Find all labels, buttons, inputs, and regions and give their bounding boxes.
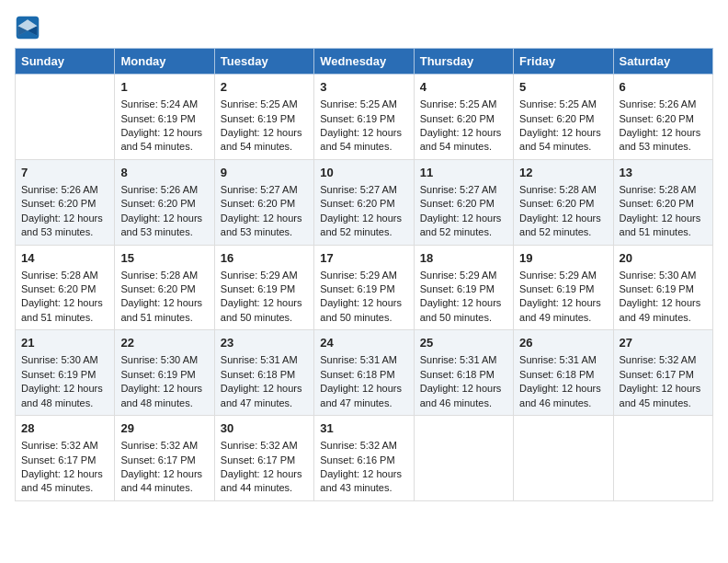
sunset-text: Sunset: 6:19 PM (120, 368, 208, 382)
calendar-cell: 14Sunrise: 5:28 AMSunset: 6:20 PMDayligh… (16, 245, 115, 330)
day-number: 18 (420, 250, 507, 267)
sunset-text: Sunset: 6:20 PM (519, 112, 607, 126)
week-row: 21Sunrise: 5:30 AMSunset: 6:19 PMDayligh… (16, 330, 713, 416)
calendar-cell: 29Sunrise: 5:32 AMSunset: 6:17 PMDayligh… (115, 416, 214, 501)
daylight-text: Daylight: 12 hours and 46 minutes. (519, 382, 607, 410)
day-number: 26 (519, 335, 607, 351)
daylight-text: Daylight: 12 hours and 50 minutes. (221, 296, 308, 325)
calendar-cell: 13Sunrise: 5:28 AMSunset: 6:20 PMDayligh… (613, 159, 712, 245)
day-number: 3 (320, 79, 407, 96)
calendar-table: SundayMondayTuesdayWednesdayThursdayFrid… (15, 48, 713, 501)
sunrise-text: Sunrise: 5:31 AM (420, 353, 507, 367)
daylight-text: Daylight: 12 hours and 48 minutes. (21, 382, 108, 410)
day-number: 8 (120, 165, 208, 181)
daylight-text: Daylight: 12 hours and 49 minutes. (620, 296, 707, 325)
daylight-text: Daylight: 12 hours and 51 minutes. (21, 296, 108, 325)
logo-icon (15, 15, 40, 40)
sunset-text: Sunset: 6:16 PM (320, 454, 407, 467)
calendar-cell (16, 75, 115, 160)
sunset-text: Sunset: 6:20 PM (420, 112, 507, 126)
day-number: 21 (21, 335, 108, 351)
sunset-text: Sunset: 6:18 PM (420, 368, 507, 382)
daylight-text: Daylight: 12 hours and 52 minutes. (420, 212, 507, 240)
sunset-text: Sunset: 6:20 PM (620, 112, 707, 126)
sunset-text: Sunset: 6:19 PM (320, 282, 407, 296)
logo (15, 15, 44, 40)
day-number: 12 (519, 165, 607, 181)
daylight-text: Daylight: 12 hours and 44 minutes. (120, 467, 208, 496)
calendar-cell: 26Sunrise: 5:31 AMSunset: 6:18 PMDayligh… (514, 330, 613, 416)
daylight-text: Daylight: 12 hours and 47 minutes. (320, 382, 407, 410)
calendar-cell: 19Sunrise: 5:29 AMSunset: 6:19 PMDayligh… (514, 245, 613, 330)
day-number: 19 (519, 250, 607, 267)
day-number: 16 (221, 250, 308, 267)
calendar-cell (514, 416, 613, 501)
calendar-cell: 6Sunrise: 5:26 AMSunset: 6:20 PMDaylight… (613, 75, 712, 160)
sunset-text: Sunset: 6:17 PM (221, 454, 308, 467)
week-row: 28Sunrise: 5:32 AMSunset: 6:17 PMDayligh… (16, 416, 713, 501)
calendar-cell: 15Sunrise: 5:28 AMSunset: 6:20 PMDayligh… (115, 245, 214, 330)
sunset-text: Sunset: 6:19 PM (120, 112, 208, 126)
week-row: 7Sunrise: 5:26 AMSunset: 6:20 PMDaylight… (16, 159, 713, 245)
col-header-saturday: Saturday (613, 49, 712, 75)
calendar-cell: 9Sunrise: 5:27 AMSunset: 6:20 PMDaylight… (214, 159, 313, 245)
calendar-cell (414, 416, 513, 501)
day-number: 22 (120, 335, 208, 351)
sunset-text: Sunset: 6:18 PM (221, 368, 308, 382)
daylight-text: Daylight: 12 hours and 53 minutes. (120, 212, 208, 240)
daylight-text: Daylight: 12 hours and 47 minutes. (221, 382, 308, 410)
sunrise-text: Sunrise: 5:30 AM (120, 353, 208, 367)
calendar-cell: 27Sunrise: 5:32 AMSunset: 6:17 PMDayligh… (613, 330, 712, 416)
daylight-text: Daylight: 12 hours and 49 minutes. (519, 296, 607, 325)
day-number: 30 (221, 420, 308, 437)
calendar-cell: 1Sunrise: 5:24 AMSunset: 6:19 PMDaylight… (115, 75, 214, 160)
day-number: 17 (320, 250, 407, 267)
day-number: 28 (21, 420, 108, 437)
sunrise-text: Sunrise: 5:24 AM (120, 98, 208, 111)
calendar-cell: 12Sunrise: 5:28 AMSunset: 6:20 PMDayligh… (514, 159, 613, 245)
daylight-text: Daylight: 12 hours and 54 minutes. (320, 126, 407, 155)
daylight-text: Daylight: 12 hours and 54 minutes. (221, 126, 308, 155)
day-number: 10 (320, 165, 407, 181)
daylight-text: Daylight: 12 hours and 45 minutes. (620, 382, 707, 410)
day-number: 2 (221, 79, 308, 96)
sunset-text: Sunset: 6:20 PM (21, 197, 108, 211)
calendar-cell: 2Sunrise: 5:25 AMSunset: 6:19 PMDaylight… (214, 75, 313, 160)
daylight-text: Daylight: 12 hours and 52 minutes. (320, 212, 407, 240)
sunrise-text: Sunrise: 5:32 AM (120, 439, 208, 453)
daylight-text: Daylight: 12 hours and 53 minutes. (221, 212, 308, 240)
daylight-text: Daylight: 12 hours and 45 minutes. (21, 467, 108, 496)
day-number: 25 (420, 335, 507, 351)
day-number: 5 (519, 79, 607, 96)
sunset-text: Sunset: 6:17 PM (21, 454, 108, 467)
calendar-cell: 3Sunrise: 5:25 AMSunset: 6:19 PMDaylight… (314, 75, 414, 160)
sunset-text: Sunset: 6:18 PM (320, 368, 407, 382)
sunset-text: Sunset: 6:20 PM (420, 197, 507, 211)
sunset-text: Sunset: 6:17 PM (120, 454, 208, 467)
col-header-monday: Monday (115, 49, 214, 75)
calendar-cell: 21Sunrise: 5:30 AMSunset: 6:19 PMDayligh… (16, 330, 115, 416)
calendar-cell: 28Sunrise: 5:32 AMSunset: 6:17 PMDayligh… (16, 416, 115, 501)
sunrise-text: Sunrise: 5:25 AM (221, 98, 308, 111)
calendar-cell: 10Sunrise: 5:27 AMSunset: 6:20 PMDayligh… (314, 159, 414, 245)
calendar-cell: 31Sunrise: 5:32 AMSunset: 6:16 PMDayligh… (314, 416, 414, 501)
day-number: 7 (21, 165, 108, 181)
sunrise-text: Sunrise: 5:28 AM (519, 183, 607, 197)
day-number: 11 (420, 165, 507, 181)
sunrise-text: Sunrise: 5:25 AM (320, 98, 407, 111)
sunset-text: Sunset: 6:20 PM (21, 282, 108, 296)
calendar-cell: 4Sunrise: 5:25 AMSunset: 6:20 PMDaylight… (414, 75, 513, 160)
calendar-cell: 25Sunrise: 5:31 AMSunset: 6:18 PMDayligh… (414, 330, 513, 416)
sunset-text: Sunset: 6:19 PM (21, 368, 108, 382)
sunset-text: Sunset: 6:18 PM (519, 368, 607, 382)
sunset-text: Sunset: 6:19 PM (221, 282, 308, 296)
day-number: 6 (620, 79, 707, 96)
calendar-cell: 11Sunrise: 5:27 AMSunset: 6:20 PMDayligh… (414, 159, 513, 245)
sunrise-text: Sunrise: 5:29 AM (420, 269, 507, 282)
sunrise-text: Sunrise: 5:29 AM (519, 269, 607, 282)
sunrise-text: Sunrise: 5:31 AM (519, 353, 607, 367)
sunrise-text: Sunrise: 5:32 AM (221, 439, 308, 453)
sunset-text: Sunset: 6:20 PM (620, 197, 707, 211)
daylight-text: Daylight: 12 hours and 46 minutes. (420, 382, 507, 410)
week-row: 14Sunrise: 5:28 AMSunset: 6:20 PMDayligh… (16, 245, 713, 330)
